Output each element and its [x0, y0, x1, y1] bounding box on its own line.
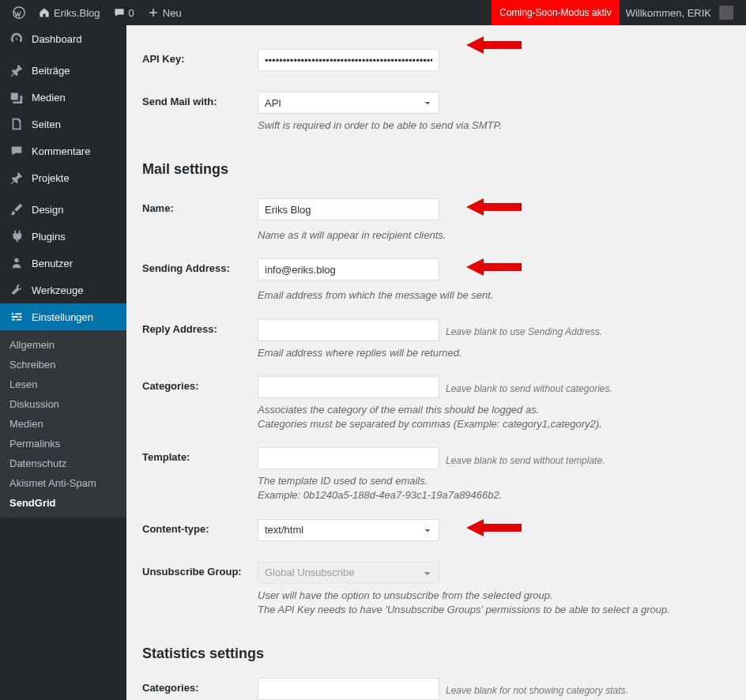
comments-link[interactable]: 0 [107, 6, 141, 19]
sidebar-item-comments[interactable]: Kommentare [0, 137, 126, 164]
sending-address-input[interactable] [258, 258, 439, 280]
categories-desc1: Associates the category of the email thi… [258, 403, 730, 417]
send-mail-label: Send Mail with: [142, 92, 258, 107]
submenu-reading[interactable]: Lesen [0, 374, 126, 394]
sidebar-item-settings[interactable]: Einstellungen [0, 303, 126, 330]
sidebar-item-media[interactable]: Medien [0, 84, 126, 111]
user-icon [9, 256, 24, 270]
settings-form: API Key: Send Mail with: API Swift is re… [126, 25, 746, 700]
settings-submenu: Allgemein Schreiben Lesen Diskussion Med… [0, 330, 126, 517]
coming-soon-badge[interactable]: Coming-Soon-Modus aktiv [492, 0, 619, 25]
send-mail-select[interactable]: API [258, 92, 439, 114]
svg-marker-4 [466, 258, 522, 276]
reply-address-label: Reply Address: [142, 319, 258, 335]
content-type-select[interactable]: text/html [258, 519, 439, 541]
sending-address-label: Sending Address: [142, 258, 258, 274]
arrow-annotation [466, 517, 522, 538]
unsubscribe-desc2: The API Key needs to have 'Unsubscribe G… [258, 603, 730, 617]
user-greeting[interactable]: Willkommen, ERIK [620, 6, 740, 20]
plugin-icon [9, 229, 24, 243]
stats-categories-input[interactable] [258, 678, 439, 700]
submenu-general[interactable]: Allgemein [0, 335, 126, 355]
comment-icon [9, 144, 24, 158]
new-link[interactable]: Neu [141, 6, 188, 19]
svg-marker-3 [466, 198, 522, 216]
svg-point-1 [14, 258, 18, 262]
template-desc1: The template ID used to send emails. [258, 474, 730, 488]
sidebar-item-pages[interactable]: Seiten [0, 111, 126, 137]
template-input[interactable] [258, 447, 439, 469]
submenu-discussion[interactable]: Diskussion [0, 394, 126, 414]
project-icon [9, 171, 24, 185]
admin-topbar: Eriks.Blog 0 Neu Coming-Soon-Modus aktiv… [0, 0, 746, 25]
reply-address-hint: Leave blank to use Sending Address. [446, 322, 602, 337]
categories-input[interactable] [258, 376, 439, 398]
api-key-label: API Key: [142, 49, 258, 65]
name-desc: Name as it will appear in recipient clie… [258, 228, 730, 243]
dashboard-icon [9, 32, 24, 46]
mail-settings-heading: Mail settings [142, 161, 730, 178]
categories-label: Categories: [142, 376, 258, 392]
name-input[interactable] [258, 198, 439, 220]
pin-icon [9, 63, 24, 77]
api-key-input[interactable] [258, 49, 439, 71]
comment-icon [113, 6, 126, 19]
send-mail-desc: Swift is required in order to be able to… [258, 119, 730, 133]
svg-marker-2 [466, 36, 522, 54]
content-type-label: Content-type: [142, 519, 258, 535]
submenu-media[interactable]: Medien [0, 414, 126, 434]
sidebar-item-dashboard[interactable]: Dashboard [0, 25, 126, 52]
template-desc2: Example: 0b1240a5-188d-4ea7-93c1-19a7a89… [258, 488, 730, 502]
stats-categories-label: Categories: [142, 678, 258, 694]
reply-address-input[interactable] [258, 319, 439, 341]
svg-marker-5 [466, 519, 522, 536]
unsubscribe-label: Unsubscribe Group: [142, 562, 258, 578]
stats-categories-hint: Leave blank for not showing category sta… [446, 681, 628, 696]
avatar [719, 6, 733, 20]
submenu-sendgrid[interactable]: SendGrid [0, 493, 126, 513]
home-icon [38, 6, 51, 19]
sidebar-item-posts[interactable]: Beiträge [0, 57, 126, 84]
media-icon [9, 90, 24, 104]
wrench-icon [9, 283, 24, 297]
sliders-icon [9, 310, 24, 324]
arrow-annotation [466, 257, 522, 277]
sidebar-item-plugins[interactable]: Plugins [0, 223, 126, 250]
stats-heading: Statistics settings [142, 645, 730, 662]
new-label: Neu [163, 7, 182, 19]
brush-icon [9, 202, 24, 216]
arrow-annotation [466, 197, 522, 217]
sidebar-item-projects[interactable]: Projekte [0, 164, 126, 191]
sending-address-desc: Email address from which the message wil… [258, 288, 730, 303]
page-icon [9, 117, 24, 131]
submenu-akismet[interactable]: Akismet Anti-Spam [0, 473, 126, 493]
categories-desc2: Categories must be separated by commas (… [258, 417, 730, 431]
unsubscribe-select: Global Unsubscribe [258, 562, 439, 584]
template-label: Template: [142, 447, 258, 463]
submenu-permalinks[interactable]: Permalinks [0, 434, 126, 453]
sidebar-item-users[interactable]: Benutzer [0, 250, 126, 277]
arrow-annotation [466, 35, 522, 55]
sidebar-item-tools[interactable]: Werkzeuge [0, 277, 126, 303]
template-hint: Leave blank to send without template. [446, 451, 605, 466]
categories-hint: Leave blank to send without categories. [446, 379, 612, 394]
site-name: Eriks.Blog [54, 7, 100, 19]
admin-sidebar: Dashboard Beiträge Medien Seiten Komment… [0, 25, 126, 700]
unsubscribe-desc1: User will have the option to unsubscribe… [258, 589, 730, 603]
sidebar-item-design[interactable]: Design [0, 196, 126, 223]
reply-address-desc: Email address where replies will be retu… [258, 346, 730, 360]
plus-icon [147, 6, 160, 19]
comments-count: 0 [129, 7, 134, 19]
site-link[interactable]: Eriks.Blog [32, 6, 107, 19]
submenu-privacy[interactable]: Datenschutz [0, 453, 126, 473]
name-label: Name: [142, 198, 258, 214]
submenu-writing[interactable]: Schreiben [0, 355, 126, 374]
wp-logo[interactable] [6, 6, 32, 19]
